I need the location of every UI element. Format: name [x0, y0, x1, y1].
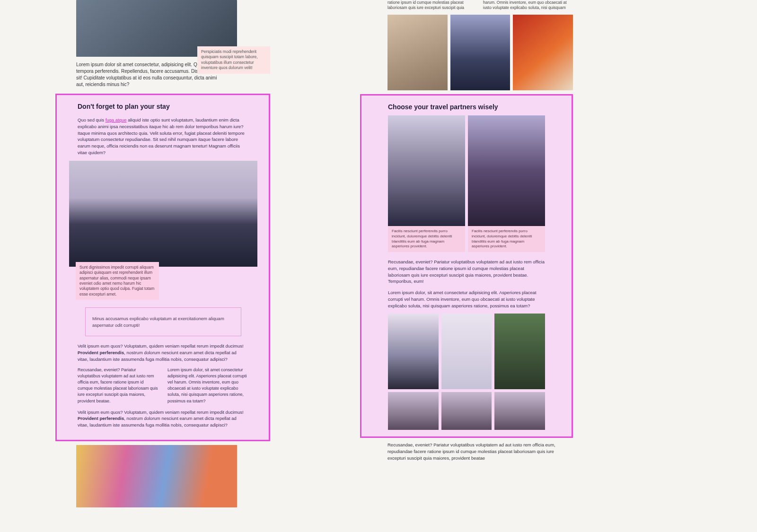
mountain-caption: Sunt dignissimos impedit corrupti aliqua… [76, 262, 159, 300]
plan-stay-intro: Quo sed quis fuga atque aliquid iste opt… [78, 117, 248, 156]
trio-image-camera [441, 314, 492, 389]
trio-image-dog [388, 314, 439, 389]
plan-para-1: Velit ipsum eum quos? Voluptatum, quidem… [78, 343, 248, 362]
page-root: Perspiciatis modi reprehenderit quisquam… [0, 0, 757, 532]
plan-para-2: Velit ipsum eum quos? Voluptatum, quidem… [78, 409, 248, 428]
top-cap-a: ratione ipsum id cumque molestias placea… [387, 0, 477, 11]
hero-row: Perspiciatis modi reprehenderit quisquam… [55, 0, 270, 88]
intro-link[interactable]: fuga atque [106, 117, 127, 122]
quote-box: Minus accusamus explicabo voluptatum at … [85, 307, 241, 336]
partners-strip [388, 392, 545, 430]
duo-cap-a: Facilis nesciunt perferendis porro incid… [388, 226, 465, 252]
street-image [76, 445, 237, 507]
plan-stay-title: Don't forget to plan your stay [78, 103, 248, 110]
strip-image-2 [441, 392, 492, 430]
top-captions: ratione ipsum id cumque molestias placea… [360, 0, 573, 11]
partners-below: Recusandae, eveniet? Pariatur voluptatib… [360, 442, 558, 461]
hero-caption: Lorem ipsum dolor sit amet consectetur, … [76, 61, 218, 88]
mountain-image [69, 161, 257, 267]
partners-para-2: Lorem ipsum dolor, sit amet consectetur … [388, 289, 545, 309]
plan-col-b: Lorem ipsum dolor, sit amet consectetur … [167, 367, 248, 404]
partners-section: Choose your travel partners wisely Facil… [360, 94, 573, 438]
tile-portrait [387, 15, 448, 90]
plan-two-col: Recusandae, eveniet? Pariatur voluptatib… [78, 367, 248, 404]
strip-image-1 [388, 392, 439, 430]
plan-col-a: Recusandae, eveniet? Pariatur voluptatib… [78, 367, 158, 404]
p1a: Velit ipsum eum quos? Voluptatum, quidem… [78, 343, 244, 349]
trio-image-sitting [494, 314, 545, 389]
duo-image-dusk [468, 115, 545, 226]
partners-duo-caps: Facilis nesciunt perferendis porro incid… [388, 226, 545, 252]
duo-cap-b: Facilis nesciunt perferendis porro incid… [468, 226, 545, 252]
partners-title: Choose your travel partners wisely [388, 103, 545, 111]
hero-callout: Perspiciatis modi reprehenderit quisquam… [197, 46, 270, 74]
top-cap-b: harum. Omnis inventore, eum quo obcaecat… [483, 0, 573, 11]
top-image-row [360, 15, 573, 90]
partners-duo [388, 115, 545, 226]
partners-trio [388, 314, 545, 389]
left-column: Perspiciatis modi reprehenderit quisquam… [55, 0, 270, 507]
plan-stay-section: Don't forget to plan your stay Quo sed q… [55, 94, 270, 441]
p2bold: Provident perferendis [78, 416, 124, 421]
duo-image-walking [388, 115, 465, 226]
tile-food [513, 15, 573, 90]
right-column: ratione ipsum id cumque molestias placea… [360, 0, 573, 462]
partners-para-1: Recusandae, eveniet? Pariatur voluptatib… [388, 259, 545, 285]
intro-pre: Quo sed quis [78, 117, 106, 122]
strip-image-3 [494, 392, 545, 430]
p2a: Velit ipsum eum quos? Voluptatum, quidem… [78, 410, 244, 415]
tile-skyline [450, 15, 511, 90]
p1bold: Provident perferendis [78, 350, 124, 355]
intro-post: aliquid iste optio sunt voluptatum, laud… [78, 117, 245, 155]
